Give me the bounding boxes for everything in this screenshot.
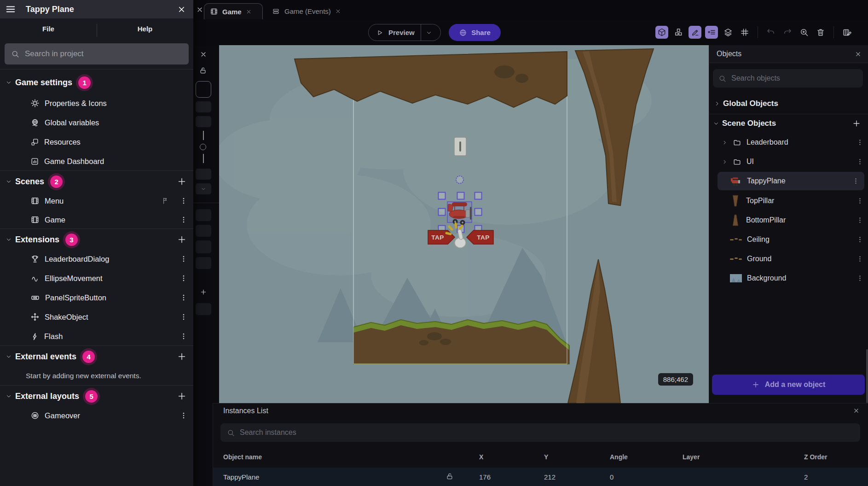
sidebar-item-shakeobject[interactable]: ShakeObject [0,307,193,327]
instance-y[interactable]: 212 [544,473,556,481]
share-button[interactable]: Share [449,24,501,41]
ground-sprite[interactable] [353,320,569,364]
global-objects-section[interactable]: Global Objects [709,94,868,113]
sidebar-item-flash[interactable]: Flash [0,327,193,346]
kebab-menu-icon[interactable] [179,197,188,205]
objects-panel-toggle-button[interactable] [655,26,668,39]
kebab-menu-icon[interactable] [856,236,864,244]
sidebar-item-game-dashboard[interactable]: Game Dashboard [0,152,193,171]
panel-scrollbar[interactable] [866,349,868,403]
column-header-x[interactable]: X [479,453,483,461]
kebab-menu-icon[interactable] [856,197,864,205]
add-extension-icon[interactable] [177,234,187,245]
zoom-in-button[interactable] [798,26,810,39]
kebab-menu-icon[interactable] [179,313,188,321]
project-search[interactable] [5,43,189,64]
scene-objects-section[interactable]: Scene Objects [709,114,868,133]
properties-panel-toggle-button[interactable] [689,26,701,39]
lock-open-icon[interactable] [446,472,454,480]
instance-angle[interactable]: 0 [610,473,613,481]
sidebar-item-resources[interactable]: Resources [0,132,193,152]
object-groups-button[interactable] [672,26,685,39]
section-external-layouts[interactable]: External layouts 5 [0,386,193,406]
kebab-menu-icon[interactable] [856,139,864,146]
kebab-menu-icon[interactable] [856,275,864,282]
kebab-menu-icon[interactable] [179,332,188,340]
column-header-layer[interactable]: Layer [683,453,700,461]
sidebar-item-leaderboarddialog[interactable]: LeaderboardDialog [0,249,193,269]
hamburger-menu-icon[interactable] [6,4,16,14]
instances-list-toggle-button[interactable] [705,26,718,39]
sidebar-item-scene-game[interactable]: Game [0,210,193,229]
add-icon[interactable] [200,288,207,296]
delete-button[interactable] [814,26,827,39]
panel-close-icon[interactable] [200,51,207,58]
object-row-toppillar[interactable]: TopPillar [709,192,868,210]
add-external-event-icon[interactable] [177,351,187,362]
kebab-menu-icon[interactable] [179,255,188,263]
sidebar-item-ellipsemovement[interactable]: EllipseMovement [0,269,193,288]
preview-button[interactable]: Preview [368,24,441,41]
objects-search[interactable] [713,69,863,88]
add-new-object-button[interactable]: Add a new object [712,375,865,395]
section-extensions[interactable]: Extensions 3 [0,230,193,249]
preview-options-chevron-icon[interactable] [421,29,437,36]
object-row-ceiling[interactable]: Ceiling [709,230,868,249]
layers-panel-button[interactable] [722,26,735,39]
sidebar-item-global-variables[interactable]: Global variables [0,113,193,132]
kebab-menu-icon[interactable] [179,293,188,302]
objects-panel-close-icon[interactable] [855,51,862,58]
add-external-layout-icon[interactable] [177,391,187,401]
sidebar-item-panelspritebutton[interactable]: PanelSpriteButton [0,288,193,307]
column-header-y[interactable]: Y [544,453,548,461]
object-row-bottompillar[interactable]: BottomPillar [709,211,868,229]
section-game-settings[interactable]: Game settings 1 [0,73,193,92]
grid-options-button[interactable] [738,26,751,39]
scene-canvas[interactable]: TAP TAP 886;462 [219,45,709,403]
sidebar-item-scene-menu[interactable]: Menu [0,191,193,211]
kebab-menu-icon[interactable] [179,274,188,282]
object-row-ground[interactable]: Ground [709,250,868,268]
sidebar-close-icon[interactable] [177,5,186,14]
menu-file[interactable]: File [18,25,78,33]
instances-search[interactable] [220,423,860,442]
object-folder-ui[interactable]: UI [709,152,868,171]
column-header-angle[interactable]: Angle [610,453,628,461]
hidden-tab-close-icon[interactable] [196,6,203,13]
instance-z-order[interactable]: 2 [804,473,808,481]
kebab-menu-icon[interactable] [856,255,864,263]
tab-close-icon[interactable] [246,9,252,15]
kebab-menu-icon[interactable] [179,411,188,420]
tab-close-icon[interactable] [335,8,341,14]
section-scenes[interactable]: Scenes 2 [0,172,193,191]
menu-help[interactable]: Help [115,25,175,33]
project-search-input[interactable] [25,49,182,59]
object-folder-leaderboard[interactable]: Leaderboard [709,133,868,152]
column-header-object-name[interactable]: Object name [223,453,262,461]
add-scene-icon[interactable] [177,176,187,187]
lock-open-icon[interactable] [199,66,207,75]
object-row-tappyplane-selected[interactable]: TappyPlane [718,172,864,190]
section-external-events[interactable]: External events 4 [0,347,193,366]
redo-button[interactable] [781,26,794,39]
instance-x[interactable]: 176 [479,473,491,481]
instance-row-tappyplane[interactable]: TappyPlane 176 212 0 2 [213,468,868,486]
kebab-menu-icon[interactable] [852,177,860,185]
kebab-menu-icon[interactable] [856,217,864,224]
instances-search-input[interactable] [240,428,854,437]
kebab-menu-icon[interactable] [856,158,864,166]
objects-search-input[interactable] [731,74,857,82]
tab-game-events[interactable]: Game (Events) [266,3,358,19]
instances-panel-close-icon[interactable] [853,407,860,414]
tally-sign-sprite[interactable] [454,137,466,156]
add-object-plus-icon[interactable] [852,119,861,128]
column-header-z-order[interactable]: Z Order [804,453,827,461]
kebab-menu-icon[interactable] [179,216,188,224]
undo-button[interactable] [764,26,777,39]
sidebar-item-gameover[interactable]: Gameover [0,406,193,425]
sidebar-item-properties-icons[interactable]: Properties & Icons [0,94,193,113]
rotation-handle[interactable] [456,176,463,183]
edit-scene-events-button[interactable] [840,26,853,39]
object-row-background[interactable]: Background [709,269,868,287]
tab-game[interactable]: Game [204,3,263,19]
